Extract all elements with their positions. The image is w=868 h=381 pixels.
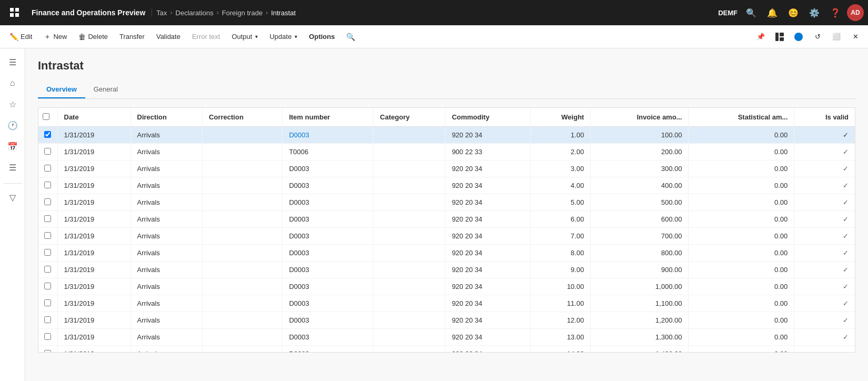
fullscreen-icon[interactable]: ⬜ [828, 28, 845, 45]
table-row[interactable]: 1/31/2019 Arrivals D0003 920 20 34 8.00 … [38, 245, 855, 262]
row-checkbox[interactable] [44, 316, 51, 323]
table-row[interactable]: 1/31/2019 Arrivals D0003 920 20 34 6.00 … [38, 211, 855, 228]
cell-is-valid: ✓ [794, 329, 855, 346]
col-correction[interactable]: Correction [203, 108, 282, 127]
row-checkbox[interactable] [44, 299, 51, 306]
row-checkbox-cell[interactable] [38, 262, 57, 278]
cell-direction: Arrivals [130, 127, 203, 144]
cell-category [374, 245, 446, 262]
row-checkbox-cell[interactable] [38, 228, 57, 245]
row-checkbox[interactable] [44, 148, 51, 155]
row-checkbox-cell[interactable] [38, 144, 57, 161]
table-row[interactable]: 1/31/2019 Arrivals D0003 920 20 34 14.00… [38, 346, 855, 353]
col-weight[interactable]: Weight [530, 108, 590, 127]
table-row[interactable]: 1/31/2019 Arrivals D0003 920 20 34 5.00 … [38, 194, 855, 211]
refresh-icon[interactable]: ↺ [809, 28, 826, 45]
col-item-number[interactable]: Item number [282, 108, 374, 127]
help-icon[interactable]: ❓ [826, 3, 845, 22]
row-checkbox-cell[interactable] [38, 329, 57, 346]
table-row[interactable]: 1/31/2019 Arrivals D0003 920 20 34 13.00… [38, 329, 855, 346]
sidebar-home-icon[interactable]: ⌂ [3, 74, 22, 93]
table-row[interactable]: 1/31/2019 Arrivals D0003 920 20 34 10.00… [38, 278, 855, 295]
sidebar-modules-icon[interactable]: ☰ [3, 158, 22, 177]
app-grid-button[interactable] [4, 0, 25, 25]
row-checkbox-cell[interactable] [38, 245, 57, 262]
row-checkbox[interactable] [44, 350, 51, 353]
notification-badge[interactable]: 0 [790, 28, 807, 45]
search-nav-icon[interactable]: 🔍 [742, 3, 761, 22]
options-button[interactable]: Options [304, 29, 340, 44]
row-checkbox-cell[interactable] [38, 211, 57, 228]
table-row[interactable]: 1/31/2019 Arrivals D0003 920 20 34 1.00 … [38, 127, 855, 144]
output-button[interactable]: Output [226, 29, 263, 44]
select-all-checkbox[interactable] [43, 113, 49, 120]
update-button[interactable]: Update [264, 29, 302, 44]
table-row[interactable]: 1/31/2019 Arrivals D0003 920 20 34 12.00… [38, 312, 855, 329]
row-checkbox-cell[interactable] [38, 295, 57, 312]
search-toolbar-button[interactable]: 🔍 [341, 29, 360, 44]
tab-overview[interactable]: Overview [38, 81, 85, 98]
row-checkbox-cell[interactable] [38, 127, 57, 144]
cell-category [374, 127, 446, 144]
panel-icon[interactable] [771, 28, 788, 45]
table-row[interactable]: 1/31/2019 Arrivals D0003 920 20 34 11.00… [38, 295, 855, 312]
error-text-button[interactable]: Error text [187, 29, 225, 44]
validate-button[interactable]: Validate [151, 29, 186, 44]
table-row[interactable]: 1/31/2019 Arrivals D0003 920 20 34 7.00 … [38, 228, 855, 245]
row-checkbox[interactable] [44, 249, 51, 256]
row-checkbox[interactable] [44, 333, 51, 340]
row-checkbox[interactable] [44, 215, 51, 222]
breadcrumb-declarations[interactable]: Declarations [176, 9, 214, 17]
close-icon[interactable]: ✕ [847, 28, 864, 45]
col-category[interactable]: Category [374, 108, 446, 127]
sidebar-favorites-icon[interactable]: ☆ [3, 95, 22, 114]
col-direction[interactable]: Direction [130, 108, 203, 127]
sidebar-workspaces-icon[interactable]: 📅 [3, 137, 22, 156]
row-checkbox[interactable] [44, 232, 51, 239]
col-checkbox[interactable] [38, 108, 57, 127]
breadcrumb-intrastat[interactable]: Intrastat [271, 9, 296, 17]
delete-button[interactable]: 🗑 Delete [73, 29, 113, 44]
row-checkbox-cell[interactable] [38, 161, 57, 177]
cell-commodity: 920 20 34 [445, 295, 530, 312]
row-checkbox[interactable] [44, 266, 51, 273]
pin-icon[interactable]: 📌 [752, 28, 769, 45]
cell-date: 1/31/2019 [57, 329, 130, 346]
settings-icon[interactable]: ⚙️ [805, 3, 824, 22]
avatar[interactable]: AD [847, 4, 864, 21]
row-checkbox-cell[interactable] [38, 346, 57, 353]
row-checkbox-cell[interactable] [38, 194, 57, 211]
table-row[interactable]: 1/31/2019 Arrivals T0006 900 22 33 2.00 … [38, 144, 855, 161]
chat-icon[interactable]: 😊 [784, 3, 803, 22]
cell-item-number[interactable]: D0003 [282, 127, 374, 144]
notification-icon[interactable]: 🔔 [763, 3, 782, 22]
edit-button[interactable]: ✏️ Edit [4, 29, 37, 44]
row-checkbox-cell[interactable] [38, 312, 57, 329]
table-row[interactable]: 1/31/2019 Arrivals D0003 920 20 34 3.00 … [38, 161, 855, 177]
sidebar-menu-icon[interactable]: ☰ [3, 53, 22, 72]
breadcrumb-foreign-trade[interactable]: Foreign trade [222, 9, 263, 17]
table-row[interactable]: 1/31/2019 Arrivals D0003 920 20 34 9.00 … [38, 262, 855, 278]
sidebar-filter-icon[interactable]: ▽ [3, 188, 22, 207]
table-wrapper[interactable]: Date Direction Correction Item number Ca… [38, 108, 855, 352]
transfer-button[interactable]: Transfer [114, 29, 150, 44]
row-checkbox[interactable] [44, 165, 51, 172]
col-statistical-amount[interactable]: Statistical am... [689, 108, 794, 127]
new-button[interactable]: ＋ New [38, 29, 72, 45]
row-checkbox[interactable] [44, 182, 51, 188]
row-checkbox[interactable] [44, 283, 51, 289]
col-invoice-amount[interactable]: Invoice amo... [591, 108, 689, 127]
tab-general[interactable]: General [85, 81, 126, 98]
col-is-valid[interactable]: Is valid [794, 108, 855, 127]
row-checkbox[interactable] [44, 131, 51, 138]
row-checkbox-cell[interactable] [38, 278, 57, 295]
cell-item-number: D0003 [282, 278, 374, 295]
row-checkbox-cell[interactable] [38, 177, 57, 194]
sidebar-recent-icon[interactable]: 🕐 [3, 116, 22, 135]
breadcrumb-tax[interactable]: Tax [156, 9, 167, 17]
cell-direction: Arrivals [130, 177, 203, 194]
row-checkbox[interactable] [44, 198, 51, 205]
col-commodity[interactable]: Commodity [445, 108, 530, 127]
col-date[interactable]: Date [57, 108, 130, 127]
table-row[interactable]: 1/31/2019 Arrivals D0003 920 20 34 4.00 … [38, 177, 855, 194]
